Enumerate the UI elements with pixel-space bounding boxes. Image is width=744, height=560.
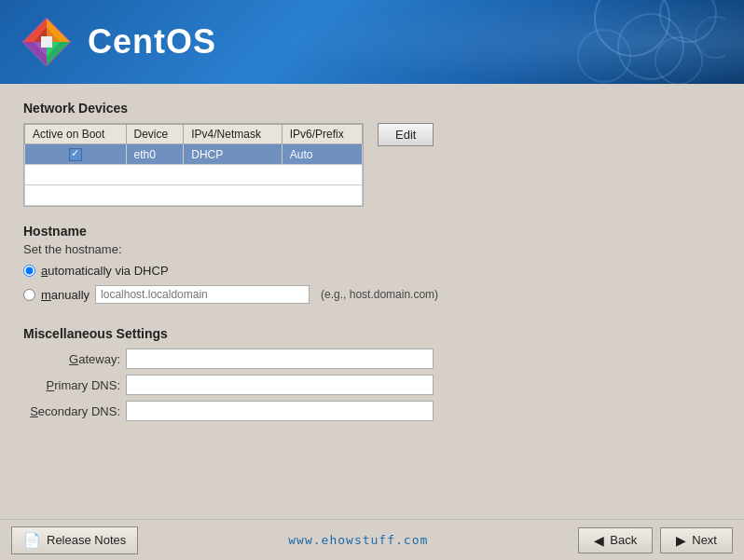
logo-text: CentOS — [88, 22, 216, 61]
gateway-input[interactable] — [126, 348, 434, 369]
secondary-dns-input[interactable] — [126, 401, 434, 421]
svg-rect-9 — [41, 36, 52, 48]
primary-dns-input[interactable] — [126, 375, 434, 395]
table-row-empty-2 — [25, 185, 363, 206]
network-devices-table-wrapper: Active on Boot Device IPv4/Netmask IPv6/… — [23, 123, 364, 207]
edit-button[interactable]: Edit — [378, 123, 434, 146]
primary-dns-label: Primary DNS: — [23, 378, 126, 392]
header: CentOS — [0, 0, 744, 84]
svg-point-12 — [660, 0, 716, 42]
manual-row: manually (e.g., host.domain.com) — [23, 285, 721, 304]
active-boot-cell — [25, 144, 127, 165]
network-devices-table: Active on Boot Device IPv4/Netmask IPv6/… — [24, 124, 363, 206]
col-active-boot: Active on Boot — [25, 125, 127, 144]
back-label: Back — [610, 533, 637, 547]
misc-title: Miscellaneous Settings — [23, 326, 721, 341]
back-icon: ◀ — [594, 533, 604, 548]
network-devices-title: Network Devices — [23, 101, 721, 116]
hostname-hint: (e.g., host.domain.com) — [321, 288, 438, 301]
col-ipv4: IPv4/Netmask — [184, 125, 282, 144]
network-devices-section: Active on Boot Device IPv4/Netmask IPv6/… — [23, 123, 721, 207]
active-boot-checkbox — [69, 148, 82, 161]
document-icon: 📄 — [23, 532, 41, 549]
gateway-row: Gateway: — [23, 348, 721, 369]
footer: 📄 Release Notes www.ehowstuff.com ◀ Back… — [0, 519, 744, 560]
secondary-dns-label: Secondary DNS: — [23, 404, 126, 418]
manual-label: manually — [41, 288, 90, 302]
footer-watermark: www.ehowstuff.com — [288, 533, 428, 547]
svg-point-11 — [618, 14, 683, 79]
manual-radio[interactable] — [23, 289, 35, 301]
col-device: Device — [126, 125, 184, 144]
misc-section: Miscellaneous Settings Gateway: Primary … — [23, 326, 721, 427]
footer-left: 📄 Release Notes — [11, 526, 138, 554]
svg-point-13 — [578, 30, 630, 82]
next-label: Next — [692, 533, 717, 547]
svg-point-10 — [595, 0, 669, 56]
footer-right: ◀ Back ▶ Next — [578, 527, 733, 553]
back-button[interactable]: ◀ Back — [578, 527, 653, 553]
hostname-title: Hostname — [23, 224, 721, 239]
next-button[interactable]: ▶ Next — [660, 527, 733, 553]
set-hostname-label: Set the hostname: — [23, 242, 721, 256]
centos-logo-icon — [19, 14, 75, 70]
main-content: Network Devices Active on Boot Device IP… — [0, 84, 744, 560]
primary-dns-row: Primary DNS: — [23, 375, 721, 395]
ipv4-cell: DHCP — [184, 144, 282, 165]
hostname-input[interactable] — [95, 285, 310, 304]
table-row-empty-1 — [25, 165, 363, 185]
col-ipv6: IPv6/Prefix — [282, 125, 362, 144]
logo: CentOS — [19, 14, 216, 70]
gateway-label: Gateway: — [23, 352, 126, 366]
auto-dhcp-label: automatically via DHCP — [41, 264, 169, 278]
auto-dhcp-radio[interactable] — [23, 265, 35, 277]
next-icon: ▶ — [676, 533, 686, 548]
hostname-section: Hostname Set the hostname: automatically… — [23, 224, 721, 311]
release-notes-label: Release Notes — [47, 533, 126, 547]
svg-point-14 — [655, 37, 702, 84]
header-decoration — [352, 0, 725, 84]
svg-point-15 — [696, 17, 725, 58]
ipv6-cell: Auto — [282, 144, 362, 165]
secondary-dns-row: Secondary DNS: — [23, 401, 721, 421]
device-cell: eth0 — [126, 144, 184, 165]
table-row[interactable]: eth0 DHCP Auto — [25, 144, 363, 165]
release-notes-button[interactable]: 📄 Release Notes — [11, 526, 138, 554]
auto-dhcp-row: automatically via DHCP — [23, 264, 721, 278]
